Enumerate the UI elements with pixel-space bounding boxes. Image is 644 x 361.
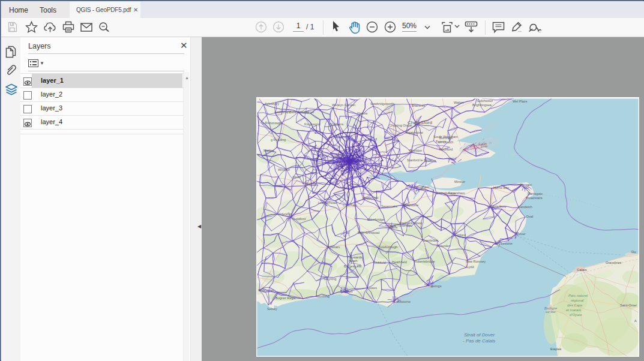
svg-text:Calais: Calais — [577, 268, 587, 272]
svg-text:Windsor: Windsor — [278, 168, 290, 172]
svg-text:Aldershot: Aldershot — [278, 212, 292, 216]
svg-text:Ashford: Ashford — [454, 233, 466, 237]
svg-text:Harlow: Harlow — [357, 112, 367, 115]
svg-text:Walton: Walton — [454, 101, 464, 104]
svg-text:Gravelines: Gravelines — [606, 261, 622, 264]
svg-text:Brightlingsea: Brightlingsea — [472, 103, 492, 107]
svg-text:East Grinstead: East Grinstead — [358, 231, 379, 234]
svg-text:Robertsbridge: Robertsbridge — [414, 260, 435, 263]
svg-text:Basildon: Basildon — [409, 149, 422, 152]
svg-text:Stanford le Hope: Stanford le Hope — [407, 158, 432, 162]
svg-text:Edenbridge: Edenbridge — [367, 218, 384, 221]
svg-text:Heathfield: Heathfield — [392, 260, 407, 264]
svg-text:sur Mer: sur Mer — [546, 310, 556, 314]
svg-text:Burnham: Burnham — [439, 136, 453, 140]
svg-text:Chelmsford: Chelmsford — [408, 120, 432, 125]
svg-text:Burgess Hill: Burgess Hill — [344, 264, 361, 268]
svg-text:Ramsgate: Ramsgate — [528, 192, 543, 195]
svg-text:Cranbrook: Cranbrook — [423, 239, 438, 242]
svg-text:Guildford: Guildford — [292, 217, 305, 221]
svg-text:d'Opale: d'Opale — [570, 313, 582, 317]
svg-text:Sevenoaks: Sevenoaks — [381, 204, 397, 208]
svg-text:Canterbury: Canterbury — [490, 204, 506, 208]
svg-text:Eastbourne: Eastbourne — [394, 300, 411, 303]
svg-text:New Romney: New Romney — [466, 260, 486, 263]
svg-text:Sawbridgeworth: Sawbridgeworth — [370, 102, 394, 106]
svg-text:Crowborough: Crowborough — [378, 245, 397, 249]
svg-text:Sandwich: Sandwich — [518, 205, 532, 209]
svg-text:Steyning: Steyning — [324, 277, 336, 281]
svg-text:Sittingbourne: Sittingbourne — [436, 191, 456, 195]
svg-text:Etaples: Etaples — [550, 347, 562, 351]
svg-text:Leatherhead: Leatherhead — [318, 201, 337, 204]
svg-text:Du: Du — [631, 250, 636, 254]
svg-text:Margate: Margate — [520, 183, 532, 186]
svg-text:et marais: et marais — [566, 308, 581, 312]
svg-text:- Pas de Calais: - Pas de Calais — [463, 338, 495, 344]
svg-text:Saint-Omer: Saint-Omer — [620, 303, 637, 307]
svg-text:Horsham: Horsham — [327, 245, 340, 249]
svg-text:Wel Plaze: Wel Plaze — [513, 100, 528, 103]
svg-text:Heath: Heath — [349, 259, 358, 263]
svg-text:Tenterden: Tenterden — [436, 244, 450, 248]
svg-text:Aylesbury: Aylesbury — [265, 102, 279, 106]
svg-text:Herne Bay: Herne Bay — [493, 186, 509, 189]
svg-text:Wells: Wells — [390, 225, 398, 229]
svg-text:Caterham: Caterham — [343, 203, 358, 207]
svg-text:Hemel: Hemel — [304, 110, 314, 114]
svg-text:Gillingham: Gillingham — [414, 185, 429, 189]
svg-text:Marlow: Marlow — [263, 149, 274, 152]
svg-text:Hastings: Hastings — [429, 284, 442, 288]
svg-text:Bognor Regis: Bognor Regis — [275, 296, 296, 300]
svg-text:Strait of Dover: Strait of Dover — [464, 332, 495, 338]
svg-text:Biggin Hill: Biggin Hill — [364, 196, 378, 200]
svg-text:Brighton: Brighton — [340, 290, 353, 293]
svg-text:Colchester: Colchester — [477, 99, 493, 103]
svg-text:g Reading: g Reading — [271, 138, 286, 142]
svg-text:régional: régional — [571, 299, 584, 302]
svg-text:Maidstone: Maidstone — [403, 203, 418, 207]
svg-text:Selsey: Selsey — [267, 307, 277, 311]
svg-text:Chichester: Chichester — [258, 288, 274, 292]
svg-text:Ascot: Ascot — [292, 175, 301, 179]
svg-text:A: A — [634, 319, 637, 323]
svg-text:Kingswood: Kingswood — [304, 122, 320, 126]
svg-text:des Caps: des Caps — [567, 303, 582, 307]
svg-text:London: London — [331, 154, 345, 158]
svg-text:Dover: Dover — [517, 232, 526, 236]
svg-text:Folkestone: Folkestone — [496, 242, 513, 245]
svg-text:Uckfield: Uckfield — [374, 261, 386, 264]
svg-text:Paddock Wood: Paddock Wood — [400, 221, 422, 225]
svg-text:Minster: Minster — [454, 180, 465, 183]
svg-text:Rochford: Rochford — [439, 148, 453, 151]
svg-text:Lewes: Lewes — [367, 286, 377, 290]
svg-text:St Albans: St Albans — [330, 122, 343, 126]
svg-text:Amersham: Amersham — [274, 110, 290, 114]
svg-text:Braintree: Braintree — [412, 104, 425, 107]
svg-text:Ingatestone: Ingatestone — [406, 131, 423, 134]
svg-text:Woking: Woking — [305, 182, 316, 185]
svg-text:Parc naturel: Parc naturel — [568, 294, 588, 297]
svg-text:Lydd: Lydd — [467, 265, 474, 269]
svg-text:Deal: Deal — [526, 215, 533, 218]
svg-text:s Risborough: s Risborough — [262, 121, 281, 125]
svg-text:Welwyn Garden: Welwyn Garden — [332, 103, 355, 107]
svg-text:Broadstairs: Broadstairs — [526, 196, 543, 200]
svg-text:on Crouch: on Crouch — [438, 140, 453, 144]
svg-text:Worthing: Worthing — [316, 294, 330, 298]
